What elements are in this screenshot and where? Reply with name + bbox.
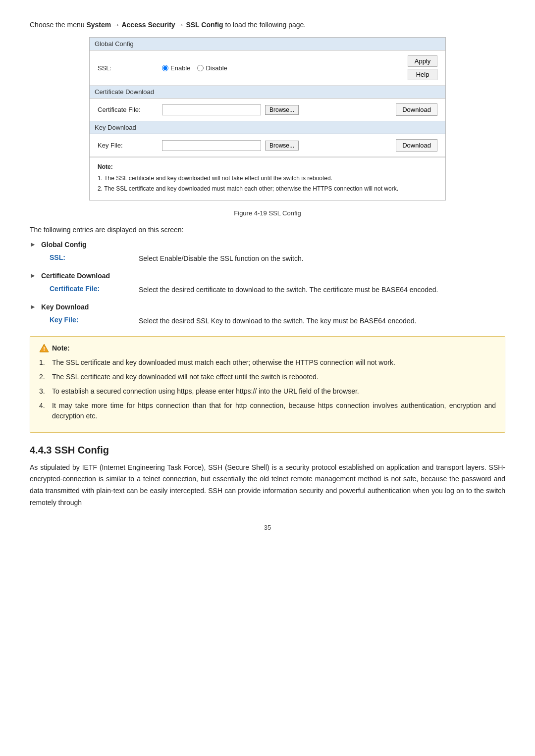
- entry-section-certificate-title: ► Certificate Download: [30, 272, 505, 280]
- certificate-download-header: Certificate Download: [90, 86, 445, 99]
- warning-text-4: It may take more time for https connecti…: [52, 401, 496, 421]
- global-config-actions: Apply Help: [408, 55, 437, 80]
- panel-note-title: Note:: [98, 162, 437, 172]
- page-number: 35: [30, 524, 505, 531]
- entry-desc-certificate-file: Select the desired certificate to downlo…: [139, 285, 438, 295]
- ssl-disable-radio[interactable]: [197, 65, 204, 71]
- certificate-file-label: Certificate File:: [98, 106, 157, 113]
- entry-desc-ssl: Select Enable/Disable the SSL function o…: [139, 253, 304, 264]
- warning-item-3: 3. To establish a secured connection usi…: [39, 386, 496, 397]
- key-file-content: Browse...: [162, 140, 391, 151]
- panel-note: Note: 1. The SSL certificate and key dow…: [90, 157, 445, 200]
- arrow-icon-certificate: ►: [30, 272, 36, 279]
- ssh-config-body: As stipulated by IETF (Internet Engineer…: [30, 462, 505, 509]
- key-download-button[interactable]: Download: [396, 139, 437, 151]
- intro-paragraph: Choose the menu System → Access Security…: [30, 20, 505, 30]
- key-file-input[interactable]: [162, 140, 261, 151]
- global-config-header: Global Config: [90, 38, 445, 50]
- arrow-icon-key: ►: [30, 303, 36, 310]
- intro-menu-path: System → Access Security → SSL Config: [86, 21, 223, 29]
- warning-note-box: ! Note: 1. The SSL certificate and key d…: [30, 336, 505, 433]
- warning-text-1: The SSL certificate and key downloaded m…: [52, 357, 395, 368]
- entry-term-certificate-file: Certificate File:: [50, 285, 129, 295]
- warning-text-2: The SSL certificate and key downloaded w…: [52, 372, 319, 382]
- entry-group-key: ► Key Download Key File: Select the desi…: [30, 303, 505, 326]
- ssl-row: SSL: Enable Disable Apply Help: [90, 50, 445, 86]
- entry-section-global-label: Global Config: [41, 241, 87, 249]
- ssl-disable-option[interactable]: Disable: [197, 64, 227, 72]
- ssl-config-panel: Global Config SSL: Enable Disable Apply …: [89, 37, 446, 201]
- ssh-config-title: 4.4.3 SSH Config: [30, 445, 505, 456]
- warning-triangle-icon: !: [39, 344, 49, 353]
- entry-group-certificate: ► Certificate Download Certificate File:…: [30, 272, 505, 295]
- warning-num-1: 1.: [39, 357, 48, 368]
- ssl-disable-label: Disable: [206, 64, 227, 72]
- entry-section-certificate-label: Certificate Download: [41, 272, 110, 280]
- entry-term-key-file: Key File:: [50, 316, 129, 326]
- svg-text:!: !: [43, 346, 45, 352]
- ssl-enable-label: Enable: [170, 64, 190, 72]
- ssl-enable-option[interactable]: Enable: [162, 64, 190, 72]
- certificate-download-button[interactable]: Download: [396, 103, 437, 116]
- entry-section-key-label: Key Download: [41, 303, 89, 311]
- panel-note-line2: 2. The SSL certificate and key downloade…: [98, 184, 437, 194]
- warning-item-4: 4. It may take more time for https conne…: [39, 401, 496, 421]
- warning-num-3: 3.: [39, 386, 48, 397]
- certificate-file-row: Certificate File: Browse... Download: [90, 99, 445, 121]
- key-browse-button[interactable]: Browse...: [265, 141, 299, 151]
- warning-text-3: To establish a secured connection using …: [52, 386, 359, 397]
- panel-note-line1: 1. The SSL certificate and key downloade…: [98, 174, 437, 183]
- warning-num-2: 2.: [39, 372, 48, 382]
- arrow-icon-global: ►: [30, 241, 36, 248]
- warning-title: ! Note:: [39, 344, 496, 353]
- entry-item-certificate-file: Certificate File: Select the desired cer…: [30, 285, 505, 295]
- key-download-header: Key Download: [90, 121, 445, 134]
- key-file-row: Key File: Browse... Download: [90, 134, 445, 157]
- key-file-label: Key File:: [98, 142, 157, 149]
- entries-intro: The following entries are displayed on t…: [30, 226, 505, 234]
- entry-group-global: ► Global Config SSL: Select Enable/Disab…: [30, 241, 505, 264]
- entry-section-global-title: ► Global Config: [30, 241, 505, 249]
- certificate-file-input[interactable]: [162, 104, 261, 115]
- entry-section-key-title: ► Key Download: [30, 303, 505, 311]
- entry-term-ssl: SSL:: [50, 253, 129, 264]
- warning-num-4: 4.: [39, 401, 48, 421]
- ssl-options: Enable Disable: [162, 64, 227, 72]
- ssl-radio-group: Enable Disable: [162, 64, 403, 72]
- certificate-file-content: Browse...: [162, 104, 391, 115]
- warning-list: 1. The SSL certificate and key downloade…: [39, 357, 496, 421]
- apply-button[interactable]: Apply: [408, 55, 437, 67]
- entry-desc-key-file: Select the desired SSL Key to download t…: [139, 316, 416, 326]
- help-button[interactable]: Help: [408, 69, 437, 80]
- ssl-enable-radio[interactable]: [162, 65, 168, 71]
- entry-item-key-file: Key File: Select the desired SSL Key to …: [30, 316, 505, 326]
- warning-item-1: 1. The SSL certificate and key downloade…: [39, 357, 496, 368]
- warning-title-text: Note:: [52, 344, 70, 352]
- ssl-label: SSL:: [98, 64, 157, 72]
- entry-item-ssl: SSL: Select Enable/Disable the SSL funct…: [30, 253, 505, 264]
- figure-caption: Figure 4-19 SSL Config: [30, 209, 505, 217]
- warning-item-2: 2. The SSL certificate and key downloade…: [39, 372, 496, 382]
- certificate-browse-button[interactable]: Browse...: [265, 105, 299, 115]
